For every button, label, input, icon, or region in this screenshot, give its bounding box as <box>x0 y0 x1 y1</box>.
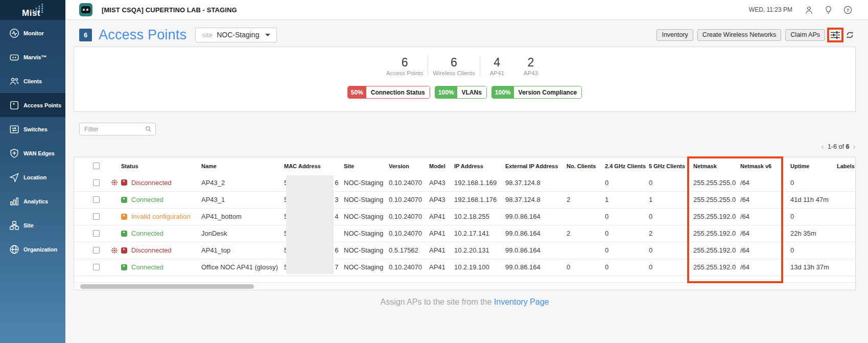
create-wireless-networks-button[interactable]: Create Wireless Networks <box>697 29 781 41</box>
row-select-cell <box>74 191 121 208</box>
name-cell[interactable]: Office NOC AP41 (glossy) <box>201 259 284 276</box>
row-checkbox[interactable] <box>93 213 100 220</box>
column-header-netmask-v6[interactable]: Netmask v6 <box>740 157 790 174</box>
ap-table-panel: StatusNameMAC AddressSiteVersionModelIP … <box>74 157 856 290</box>
ip-cell: 10.2.17.141 <box>454 225 505 242</box>
column-header-5-ghz-clients[interactable]: 5 GHz Clients <box>649 157 693 174</box>
monitor-icon <box>8 27 20 39</box>
scrollbar-thumb[interactable] <box>80 284 254 289</box>
stat-access-points: 6Access Points <box>382 56 428 76</box>
clients-5ghz-cell: 1 <box>649 191 693 208</box>
version-cell: 0.10.24070 <box>389 225 429 242</box>
site-selector[interactable]: site NOC-Staging <box>195 28 277 42</box>
name-cell[interactable]: AP41_top <box>201 242 284 259</box>
netmask-v6-cell: /64 <box>740 208 790 225</box>
sidebar-item-access-points[interactable]: Access Points <box>0 93 65 117</box>
external-ip-cell: 98.37.124.8 <box>505 174 567 191</box>
row-checkbox[interactable] <box>93 247 100 254</box>
sidebar-item-label: Site <box>24 222 34 228</box>
row-checkbox[interactable] <box>93 196 100 203</box>
column-header-model[interactable]: Model <box>429 157 454 174</box>
status-cell: Disconnected <box>121 242 201 259</box>
alert-burst-icon <box>111 247 118 254</box>
name-cell[interactable]: AP43_1 <box>201 191 284 208</box>
sidebar-item-switches[interactable]: Switches <box>0 117 65 141</box>
clients-24ghz-cell: 0 <box>605 208 649 225</box>
clock: WED, 11:23 PM <box>749 6 792 13</box>
name-cell[interactable]: AP41_bottom <box>201 208 284 225</box>
inventory-button[interactable]: Inventory <box>656 29 693 41</box>
location-icon <box>8 171 20 184</box>
external-ip-cell: 99.0.86.164 <box>505 225 567 242</box>
org-name[interactable]: [MIST CSQA] CUPERTINO LAB - STAGING <box>102 6 237 14</box>
clients-5ghz-cell: 0 <box>649 242 693 259</box>
mist-logo[interactable]: Mist <box>0 0 65 20</box>
row-checkbox[interactable] <box>93 179 100 186</box>
chip-label: Version Compliance <box>514 86 582 98</box>
name-cell[interactable]: AP43_2 <box>201 174 284 191</box>
next-page-icon[interactable]: › <box>853 144 856 150</box>
row-checkbox[interactable] <box>93 264 100 270</box>
column-header-status[interactable]: Status <box>121 157 201 174</box>
sidebar-item-organization[interactable]: Organization <box>0 237 65 261</box>
column-header-netmask[interactable]: Netmask <box>693 157 740 174</box>
prev-page-icon[interactable]: ‹ <box>821 144 824 150</box>
inventory-page-link[interactable]: Inventory Page <box>494 298 549 306</box>
column-header-mac-address[interactable]: MAC Address <box>284 157 344 174</box>
model-cell: AP41 <box>429 208 454 225</box>
row-checkbox[interactable] <box>93 230 100 237</box>
chip-vlans[interactable]: 100%VLANs <box>435 86 487 99</box>
chip-label: VLANs <box>457 86 486 98</box>
ap-table: StatusNameMAC AddressSiteVersionModelIP … <box>74 157 855 276</box>
chip-percent: 50% <box>348 86 366 98</box>
column-header-labels[interactable]: Labels <box>837 157 855 174</box>
ip-cell: 192.168.1.169 <box>454 174 505 191</box>
column-header-external-ip-address[interactable]: External IP Address <box>505 157 567 174</box>
labels-cell <box>837 208 855 225</box>
status-cell: Connected <box>121 225 201 242</box>
assign-footer: Assign APs to the site from the Inventor… <box>74 298 856 307</box>
table-row: ConnectedJonDesk5NOC-Staging0.10.24070AP… <box>74 225 855 242</box>
stat-wireless-clients: 6Wireless Clients <box>428 56 480 76</box>
filter-input[interactable] <box>80 123 155 135</box>
sidebar-item-site[interactable]: Site <box>0 213 65 237</box>
column-header-uptime[interactable]: Uptime <box>790 157 837 174</box>
sidebar-item-label: WAN Edges <box>24 150 55 156</box>
ap-status-icon <box>121 179 127 186</box>
column-header-version[interactable]: Version <box>389 157 429 174</box>
status-label: Invalid configuration <box>131 213 191 220</box>
column-header-name[interactable]: Name <box>201 157 284 174</box>
chip-version-compliance[interactable]: 100%Version Compliance <box>491 86 582 99</box>
clients-24ghz-cell: 0 <box>605 259 649 276</box>
filter-box <box>79 123 156 135</box>
header-actions: Inventory Create Wireless Networks Claim… <box>652 28 854 42</box>
chip-connection-status[interactable]: 50%Connection Status <box>347 86 430 99</box>
sidebar-item-wan-edges[interactable]: WAN Edges <box>0 141 65 165</box>
refresh-icon[interactable] <box>846 31 854 39</box>
ap-status-icon <box>121 247 127 254</box>
page-header: 6 Access Points site NOC-Staging Invento… <box>65 20 868 47</box>
table-settings-icon[interactable] <box>831 31 840 39</box>
mist-logo-text: Mist <box>22 8 40 18</box>
netmask-v6-cell: /64 <box>740 259 790 276</box>
column-header-ip-address[interactable]: IP Address <box>454 157 505 174</box>
select-all-checkbox[interactable] <box>93 163 100 169</box>
user-icon[interactable] <box>804 5 814 15</box>
sidebar-item-analytics[interactable]: Analytics <box>0 189 65 213</box>
horizontal-scrollbar[interactable] <box>74 282 855 290</box>
claim-aps-button[interactable]: Claim APs <box>785 29 825 41</box>
help-icon[interactable]: ? <box>843 5 853 15</box>
column-header-site[interactable]: Site <box>344 157 389 174</box>
bulb-icon[interactable] <box>824 5 833 15</box>
column-header-2-4-ghz-clients[interactable]: 2.4 GHz Clients <box>605 157 649 174</box>
sidebar-item-marvis[interactable]: Marvis™ <box>0 45 65 69</box>
sidebar-item-monitor[interactable]: Monitor <box>0 21 65 45</box>
sidebar-item-location[interactable]: Location <box>0 165 65 189</box>
org-logo[interactable] <box>79 3 92 16</box>
name-cell[interactable]: JonDesk <box>201 225 284 242</box>
sidebar-item-clients[interactable]: Clients <box>0 69 65 93</box>
external-ip-cell: 98.37.124.8 <box>505 191 567 208</box>
column-header-no-clients[interactable]: No. Clients <box>567 157 605 174</box>
table-row: ConnectedAP43_153NOC-Staging0.10.24070AP… <box>74 191 855 208</box>
clients-cell: 2 <box>567 191 605 208</box>
